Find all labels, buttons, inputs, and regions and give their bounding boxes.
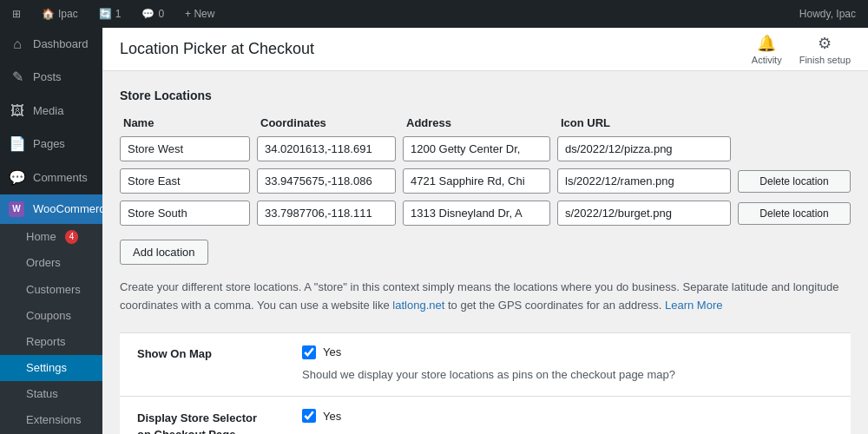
posts-icon: ✎ [9, 68, 26, 87]
site-name-item[interactable]: 🏠 Ipac [36, 0, 83, 28]
show-on-map-label: Show On Map [120, 333, 285, 398]
finish-setup-label: Finish setup [799, 55, 851, 65]
activity-icon: 🔔 [757, 34, 776, 53]
store-west-name-input[interactable] [120, 136, 250, 161]
sidebar-label-posts: Posts [33, 69, 62, 85]
new-label: + New [185, 8, 214, 20]
sidebar-item-settings[interactable]: Settings [0, 355, 102, 381]
delete-store-south-button[interactable]: Delete location [738, 202, 851, 225]
sidebar-item-dashboard[interactable]: ⌂ Dashboard [0, 28, 102, 61]
header-actions: 🔔 Activity ⚙ Finish setup [752, 34, 851, 65]
store-west-icon-input[interactable] [557, 136, 731, 161]
sidebar-item-home[interactable]: Home 4 [0, 224, 102, 250]
display-selector-yes-label: Yes [323, 410, 341, 423]
wp-icon: ⊞ [12, 8, 21, 20]
sidebar-label-orders: Orders [26, 255, 61, 271]
wp-logo[interactable]: ⊞ [7, 0, 26, 28]
sidebar: ⌂ Dashboard ✎ Posts 🖼 Media 📄 Pages 💬 Co… [0, 28, 102, 434]
display-selector-description: Turning on this option adds a store sele… [302, 430, 833, 434]
sidebar-item-status[interactable]: Status [0, 381, 102, 407]
sidebar-label-comments: Comments [33, 170, 88, 186]
sidebar-item-pages[interactable]: 📄 Pages [0, 128, 102, 161]
add-location-button[interactable]: Add location [120, 240, 208, 265]
sidebar-label-status: Status [26, 386, 58, 402]
site-name: Ipac [58, 8, 78, 20]
main-content: Location Picker at Checkout 🔔 Activity ⚙… [102, 28, 868, 434]
admin-bar: ⊞ 🏠 Ipac 🔄 1 💬 0 + New Howdy, Ipac [0, 0, 868, 28]
sidebar-label-woocommerce: WooCommerce [33, 201, 102, 217]
sidebar-item-extensions[interactable]: Extensions [0, 407, 102, 433]
show-on-map-checkbox-row: Yes [302, 345, 833, 359]
show-on-map-description: Should we display your store locations a… [302, 366, 833, 385]
updates-item[interactable]: 🔄 1 [94, 0, 127, 28]
latlong-link[interactable]: latlong.net [392, 299, 444, 312]
learn-more-link[interactable]: Learn More [665, 299, 722, 312]
sidebar-item-media[interactable]: 🖼 Media [0, 95, 102, 128]
howdy-text: Howdy, Ipac [799, 8, 856, 20]
info-text: Create your different store locations. A… [120, 279, 851, 315]
show-on-map-yes-label: Yes [323, 345, 341, 358]
sidebar-label-customers: Customers [26, 282, 81, 298]
woocommerce-icon: W [9, 201, 26, 217]
new-item[interactable]: + New [180, 0, 220, 28]
table-row: Delete location [120, 201, 851, 226]
content-area: Store Locations Name Coordinates Address… [102, 71, 868, 434]
page-header: Location Picker at Checkout 🔔 Activity ⚙… [102, 28, 868, 71]
home-badge: 4 [65, 230, 79, 244]
table-row [120, 136, 851, 161]
sidebar-item-comments[interactable]: 💬 Comments [0, 161, 102, 194]
store-east-address-input[interactable] [403, 168, 550, 194]
sidebar-item-woocommerce[interactable]: W WooCommerce [0, 194, 102, 224]
sidebar-item-customers[interactable]: Customers [0, 277, 102, 303]
section-title: Store Locations [120, 89, 851, 102]
sidebar-label-pages: Pages [33, 136, 65, 152]
activity-button[interactable]: 🔔 Activity [752, 34, 782, 65]
comments-icon: 💬 [141, 8, 155, 20]
store-west-coords-input[interactable] [257, 136, 396, 161]
col-header-coordinates: Coordinates [260, 116, 399, 129]
woocommerce-submenu: Home 4 Orders Customers Coupons Reports … [0, 224, 102, 434]
display-selector-checkbox-row: Yes [302, 409, 833, 423]
activity-label: Activity [752, 55, 782, 65]
store-east-icon-input[interactable] [557, 168, 731, 194]
updates-icon: 🔄 [99, 8, 112, 20]
comments-sidebar-icon: 💬 [9, 168, 26, 187]
store-south-address-input[interactable] [403, 201, 550, 226]
sidebar-item-coupons[interactable]: Coupons [0, 303, 102, 329]
show-on-map-section: Show On Map Yes Should we display your s… [120, 332, 851, 434]
howdy-item[interactable]: Howdy, Ipac [794, 0, 861, 28]
delete-store-east-button[interactable]: Delete location [738, 170, 851, 193]
display-selector-label: Display Store Selector on Checkout Page [120, 397, 285, 434]
comments-count: 0 [158, 8, 164, 20]
display-selector-content: Yes Turning on this option adds a store … [285, 397, 851, 434]
store-south-name-input[interactable] [120, 201, 250, 226]
store-south-coords-input[interactable] [257, 201, 396, 226]
updates-count: 1 [115, 8, 122, 20]
comments-item[interactable]: 💬 0 [136, 0, 169, 28]
display-selector-checkbox[interactable] [302, 409, 316, 423]
sidebar-label-settings: Settings [26, 360, 67, 376]
sidebar-item-posts[interactable]: ✎ Posts [0, 61, 102, 94]
sidebar-item-reports[interactable]: Reports [0, 329, 102, 355]
sidebar-label-coupons: Coupons [26, 308, 71, 324]
store-east-coords-input[interactable] [257, 168, 396, 194]
location-table-headers: Name Coordinates Address Icon URL [120, 116, 851, 129]
show-on-map-checkbox[interactable] [302, 345, 316, 359]
finish-setup-button[interactable]: ⚙ Finish setup [799, 34, 851, 65]
col-header-address: Address [406, 116, 554, 129]
pages-icon: 📄 [9, 135, 26, 154]
sidebar-label-home: Home [26, 229, 56, 245]
store-south-icon-input[interactable] [557, 201, 731, 226]
dashboard-icon: ⌂ [9, 35, 26, 54]
store-east-name-input[interactable] [120, 168, 250, 194]
sidebar-item-orders[interactable]: Orders [0, 250, 102, 276]
finish-setup-icon: ⚙ [818, 34, 832, 53]
store-west-address-input[interactable] [403, 136, 550, 161]
sidebar-label-media: Media [33, 103, 63, 119]
col-header-name: Name [123, 116, 253, 129]
show-on-map-content: Yes Should we display your store locatio… [285, 333, 851, 398]
info-text-part2: to get the GPS coordinates for an addres… [444, 299, 665, 312]
media-icon: 🖼 [9, 102, 26, 121]
page-title: Location Picker at Checkout [120, 40, 314, 58]
sidebar-label-reports: Reports [26, 334, 66, 350]
